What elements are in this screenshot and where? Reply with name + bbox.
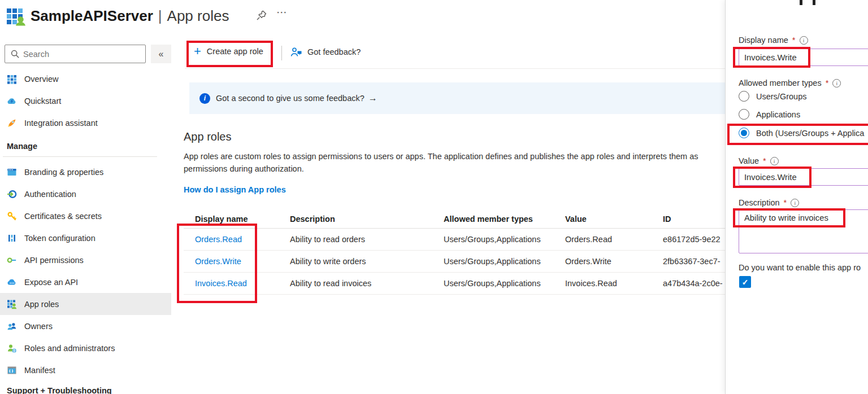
token-bars-icon (7, 233, 17, 243)
radio-label: Users/Groups (756, 92, 806, 101)
integration-rocket-icon (7, 118, 17, 128)
table-row: Invoices.Read Ability to read invoices U… (184, 273, 725, 295)
app-name: SampleAPIServer (31, 7, 153, 24)
info-icon[interactable]: i (791, 199, 799, 207)
table-row: Orders.Read Ability to read orders Users… (184, 229, 725, 251)
required-asterisk: * (792, 36, 796, 45)
value-label: Value*i (739, 156, 779, 165)
col-header-allowed-member-types: Allowed member types (444, 214, 561, 224)
title-separator: | (158, 7, 162, 24)
sidebar-item-overview[interactable]: Overview (0, 68, 171, 90)
enable-app-role-checkbox[interactable]: ✓ (739, 276, 751, 288)
more-menu-icon[interactable]: ⋯ (276, 6, 288, 19)
sidebar-item-label: Expose an API (24, 278, 78, 287)
section-title: App roles (184, 130, 232, 143)
info-icon[interactable]: i (770, 157, 779, 165)
sidebar-item-label: Overview (24, 75, 58, 84)
sidebar-general-list: Overview Quickstart Integration assistan… (0, 68, 171, 134)
page-title: SampleAPIServer|App roles (31, 7, 229, 25)
app-roles-grid-person-icon (7, 299, 17, 309)
create-app-role-panel: Display name*i Allowed member types*i Us… (725, 0, 868, 394)
sidebar-item-label: API permissions (24, 256, 84, 265)
sidebar-item-authentication[interactable]: Authentication (0, 183, 171, 205)
sidebar-item-manifest[interactable]: Manifest (0, 359, 171, 381)
how-assign-app-roles-link[interactable]: How do I assign App roles (184, 185, 286, 194)
enable-app-role-question: Do you want to enable this app ro (739, 263, 868, 272)
branding-window-icon (7, 167, 17, 177)
sidebar-item-certificates-secrets[interactable]: Certificates & secrets (0, 205, 171, 227)
radio-both[interactable]: Both (Users/Groups + Applica (739, 128, 864, 138)
quickstart-cloud-icon (7, 96, 17, 106)
sidebar-item-label: Branding & properties (24, 168, 103, 177)
sidebar-section-manage: Manage (7, 142, 37, 151)
description-label: Description*i (739, 198, 799, 207)
role-description: Ability to read orders (290, 235, 437, 244)
info-icon[interactable]: i (832, 79, 841, 87)
panel-title-partial (800, 0, 802, 5)
sidebar-item-label: Integration assistant (24, 119, 98, 128)
radio-applications[interactable]: Applications (739, 109, 800, 120)
sidebar-item-api-permissions[interactable]: API permissions (0, 249, 171, 271)
sidebar-item-app-roles[interactable]: App roles (0, 293, 171, 315)
value-input[interactable] (739, 168, 868, 186)
role-value: Orders.Read (565, 235, 658, 244)
role-member-types: Users/Groups,Applications (444, 257, 561, 266)
sidebar-item-label: App roles (24, 300, 59, 309)
panel-title-partial (813, 0, 815, 5)
app-role-link[interactable]: Orders.Read (195, 235, 285, 244)
sidebar-item-token-configuration[interactable]: Token configuration (0, 227, 171, 249)
table-header-row: Display name Description Allowed member … (184, 210, 725, 229)
sidebar-item-expose-an-api[interactable]: Expose an API (0, 271, 171, 293)
sidebar-item-branding-properties[interactable]: Branding & properties (0, 161, 171, 183)
app-roles-screen: SampleAPIServer|App roles ⋯ « Overview (0, 0, 868, 394)
sidebar-collapse-button[interactable]: « (151, 45, 171, 63)
radio-users-groups[interactable]: Users/Groups (739, 91, 806, 102)
sidebar-item-quickstart[interactable]: Quickstart (0, 90, 171, 112)
display-name-input[interactable] (739, 49, 868, 66)
sidebar-item-owners[interactable]: Owners (0, 315, 171, 337)
overview-grid-icon (7, 74, 17, 84)
pin-icon[interactable] (255, 9, 268, 21)
create-app-role-button[interactable]: + Create app role (194, 46, 263, 57)
role-value: Invoices.Read (565, 279, 658, 288)
roles-admins-person-globe-icon (7, 343, 17, 353)
info-icon: i (199, 93, 210, 104)
manifest-window-icon (7, 365, 17, 375)
radio-label: Applications (756, 110, 800, 119)
app-role-link[interactable]: Invoices.Read (195, 279, 285, 288)
radio-selected-icon (739, 128, 749, 138)
sidebar-item-roles-and-administrators[interactable]: Roles and administrators (0, 337, 171, 359)
banner-link-text[interactable]: Got a second to give us some feedback? (216, 94, 364, 103)
info-icon[interactable]: i (800, 36, 808, 45)
app-role-link[interactable]: Orders.Write (195, 257, 285, 266)
authentication-arrow-icon (7, 189, 17, 199)
search-icon (10, 49, 20, 59)
role-member-types: Users/Groups,Applications (444, 279, 561, 288)
sidebar-search-box (5, 45, 146, 63)
display-name-label: Display name*i (739, 36, 808, 45)
search-input[interactable] (23, 45, 142, 63)
sidebar-item-integration-assistant[interactable]: Integration assistant (0, 112, 171, 134)
feedback-person-icon (290, 46, 302, 58)
radio-label: Both (Users/Groups + Applica (756, 129, 864, 138)
toolbar-divider (281, 46, 282, 60)
role-id: e86172d5-9e22 (663, 235, 724, 244)
table-row: Orders.Write Ability to write orders Use… (184, 251, 725, 273)
col-header-value: Value (565, 214, 658, 224)
got-feedback-button[interactable]: Got feedback? (290, 46, 361, 58)
required-asterisk: * (826, 78, 829, 87)
api-permissions-icon (7, 255, 17, 265)
role-description: Ability to read invoices (290, 279, 437, 288)
got-feedback-label: Got feedback? (307, 47, 361, 56)
blade-name: App roles (167, 7, 229, 24)
section-description: App roles are custom roles to assign per… (184, 150, 725, 176)
allowed-member-types-label: Allowed member types*i (739, 78, 841, 87)
role-description: Ability to write orders (290, 257, 437, 266)
owners-people-icon (7, 321, 17, 331)
radio-icon (739, 109, 749, 120)
col-header-description: Description (290, 214, 437, 224)
description-textarea[interactable]: Ability to write invoices (739, 209, 868, 253)
sidebar-item-label: Owners (24, 322, 53, 331)
arrow-right-icon[interactable]: → (368, 93, 377, 103)
role-value: Orders.Write (565, 257, 658, 266)
